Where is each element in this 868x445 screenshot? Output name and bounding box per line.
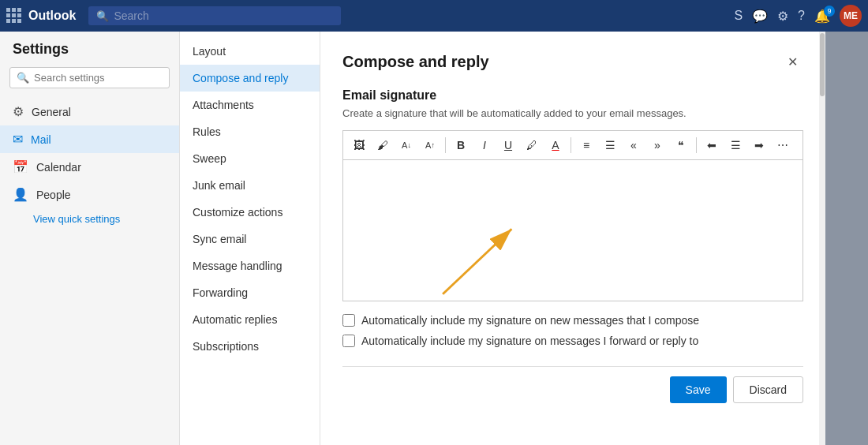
menu-item-attachments[interactable]: Attachments — [180, 92, 320, 118]
settings-panel: Settings 🔍 ⚙ General ✉ Mail 📅 — [0, 32, 825, 445]
help-icon[interactable]: ? — [798, 9, 805, 23]
checkbox-1-label: Automatically include my signature on ne… — [361, 314, 699, 327]
toolbar-font-size-down-btn[interactable]: A↓ — [395, 134, 417, 156]
menu-item-subs[interactable]: Subscriptions — [180, 333, 320, 360]
app-logo: Outlook — [28, 9, 76, 23]
checkbox-row-1: Automatically include my signature on ne… — [342, 314, 803, 327]
settings-overlay: Settings 🔍 ⚙ General ✉ Mail 📅 — [0, 32, 868, 445]
section-title: Email signature — [342, 88, 803, 103]
toolbar-format-btn[interactable]: 🖌 — [372, 134, 394, 156]
settings-nav: Settings 🔍 ⚙ General ✉ Mail 📅 — [0, 32, 180, 445]
toolbar-italic-btn[interactable]: I — [473, 134, 496, 156]
menu-item-junk[interactable]: Junk email — [180, 172, 320, 199]
scrollbar[interactable] — [819, 32, 825, 445]
checkbox-2-label: Automatically include my signature on me… — [361, 335, 698, 347]
svg-line-1 — [443, 229, 511, 294]
quick-settings-link[interactable]: View quick settings — [0, 208, 179, 230]
search-icon: 🔍 — [96, 10, 109, 22]
nav-item-mail-label: Mail — [31, 133, 51, 146]
modal-footer: Save Discard — [342, 366, 803, 403]
section-desc: Create a signature that will be automati… — [342, 107, 803, 119]
toolbar-sep-2 — [571, 137, 571, 153]
search-input[interactable] — [114, 9, 333, 22]
mail-icon: ✉ — [13, 132, 23, 147]
toolbar-sep-3 — [696, 137, 697, 153]
settings-title: Settings — [0, 41, 179, 67]
calendar-icon: 📅 — [13, 159, 28, 174]
top-bar-actions: S 💬 ⚙ ? 🔔 9 ME — [734, 5, 862, 27]
discard-button[interactable]: Discard — [733, 376, 803, 403]
toolbar-more-btn[interactable]: ⋯ — [772, 134, 794, 156]
toolbar-bullets-btn[interactable]: ≡ — [575, 134, 597, 156]
settings-menu: Layout Compose and reply Attachments Rul… — [180, 32, 320, 445]
editor-toolbar: 🖼 🖌 A↓ A↑ B I U 🖊 A ≡ ☰ « » — [342, 130, 803, 159]
nav-item-general-label: General — [32, 106, 71, 118]
toolbar-indent-more-btn[interactable]: » — [646, 134, 668, 156]
avatar[interactable]: ME — [840, 5, 862, 27]
toolbar-font-color-btn[interactable]: A — [544, 134, 567, 156]
checkbox-forward-reply[interactable] — [342, 335, 355, 347]
menu-item-sweep[interactable]: Sweep — [180, 145, 320, 172]
toolbar-sep-1 — [445, 137, 446, 153]
save-button[interactable]: Save — [670, 376, 727, 403]
settings-icon[interactable]: ⚙ — [777, 9, 788, 24]
toolbar-indent-less-btn[interactable]: « — [623, 134, 645, 156]
grid-icon[interactable] — [6, 8, 22, 24]
people-icon: 👤 — [13, 187, 28, 202]
nav-item-people-label: People — [36, 189, 71, 201]
nav-item-general[interactable]: ⚙ General — [0, 98, 179, 125]
toolbar-numbering-btn[interactable]: ☰ — [599, 134, 621, 156]
general-icon: ⚙ — [13, 104, 24, 119]
feedback-icon[interactable]: 💬 — [752, 9, 768, 24]
toolbar-align-right-btn[interactable]: ➡ — [748, 134, 770, 156]
skype-icon[interactable]: S — [734, 9, 743, 23]
toolbar-align-center-btn[interactable]: ☰ — [724, 134, 746, 156]
settings-search-icon: 🔍 — [17, 72, 29, 84]
checkbox-row-2: Automatically include my signature on me… — [342, 335, 803, 347]
settings-search-box[interactable]: 🔍 — [9, 67, 170, 88]
search-bar[interactable]: 🔍 — [88, 6, 341, 25]
menu-item-rules[interactable]: Rules — [180, 118, 320, 145]
settings-search-input[interactable] — [34, 72, 163, 84]
checkbox-new-messages[interactable] — [342, 314, 355, 327]
modal-title: Compose and reply — [342, 53, 489, 71]
signature-checkboxes: Automatically include my signature on ne… — [342, 314, 803, 347]
menu-item-message[interactable]: Message handling — [180, 252, 320, 279]
nav-item-calendar[interactable]: 📅 Calendar — [0, 153, 179, 181]
app-background: Outlook 🔍 S 💬 ⚙ ? 🔔 9 ME ☰ ✉ ▷ 📎 ★ — [0, 0, 868, 445]
menu-item-layout[interactable]: Layout — [180, 38, 320, 65]
nav-item-calendar-label: Calendar — [36, 161, 81, 174]
scroll-thumb[interactable] — [820, 33, 825, 96]
menu-item-forwarding[interactable]: Forwarding — [180, 279, 320, 306]
nav-item-people[interactable]: 👤 People — [0, 181, 179, 208]
toolbar-quote-btn[interactable]: ❝ — [670, 134, 692, 156]
annotation-arrow — [343, 160, 803, 313]
toolbar-highlight-btn[interactable]: 🖊 — [521, 134, 543, 156]
menu-item-sync[interactable]: Sync email — [180, 226, 320, 252]
top-bar: Outlook 🔍 S 💬 ⚙ ? 🔔 9 ME — [0, 0, 868, 32]
close-button[interactable]: ✕ — [781, 50, 803, 73]
settings-content: Compose and reply ✕ Email signature Crea… — [320, 32, 825, 445]
menu-item-customize[interactable]: Customize actions — [180, 199, 320, 226]
nav-item-mail[interactable]: ✉ Mail — [0, 125, 179, 153]
notification-badge: 9 — [824, 6, 835, 17]
toolbar-align-left-btn[interactable]: ⬅ — [701, 134, 723, 156]
modal-header: Compose and reply ✕ — [342, 50, 803, 73]
menu-item-auto[interactable]: Automatic replies — [180, 306, 320, 333]
main-area: ☰ ✉ ▷ 📎 ★ Settings 🔍 ⚙ General — [0, 32, 868, 445]
toolbar-bold-btn[interactable]: B — [450, 134, 472, 156]
editor-area[interactable] — [342, 159, 803, 301]
toolbar-image-btn[interactable]: 🖼 — [348, 134, 370, 156]
notifications-icon[interactable]: 🔔 9 — [814, 9, 830, 24]
toolbar-underline-btn[interactable]: U — [497, 134, 519, 156]
menu-item-compose[interactable]: Compose and reply — [180, 65, 320, 92]
toolbar-font-size-up-btn[interactable]: A↑ — [419, 134, 441, 156]
